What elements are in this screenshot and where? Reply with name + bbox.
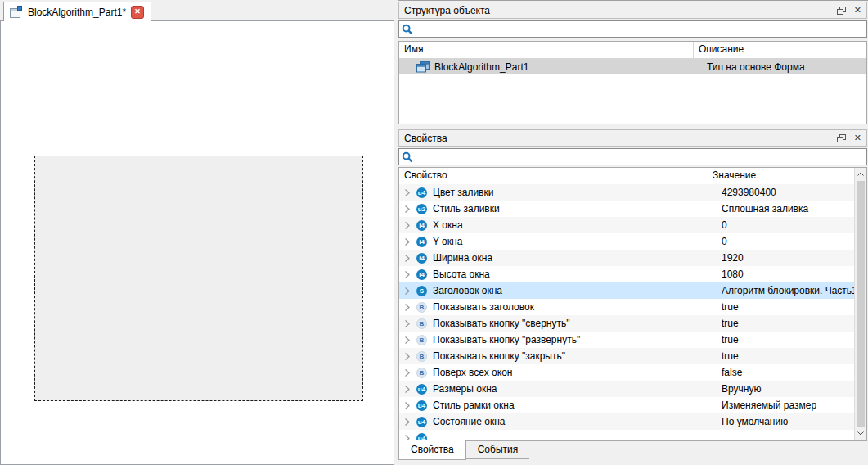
property-value[interactable]: true	[717, 350, 854, 362]
expand-chevron-icon[interactable]	[403, 270, 412, 279]
structure-search-box	[398, 20, 867, 38]
expand-chevron-icon[interactable]	[403, 287, 412, 296]
type-badge-icon: i4	[416, 220, 427, 231]
document-tab[interactable]: BlockAlgorithm_Part1* ✕	[3, 2, 151, 21]
expand-chevron-icon[interactable]	[403, 254, 412, 263]
search-icon	[402, 151, 413, 163]
column-header-value[interactable]: Значение	[708, 168, 854, 184]
property-row[interactable]: i4Ширина окна1920	[399, 250, 854, 266]
structure-rows: BlockAlgorithm_Part1Тип на основе Форма	[399, 59, 866, 74]
property-value[interactable]: true	[717, 334, 854, 345]
property-value[interactable]: false	[717, 367, 854, 378]
property-value[interactable]: По умолчанию	[717, 416, 854, 427]
properties-panel-title: Свойства	[404, 133, 829, 144]
close-panel-icon[interactable]: ✕	[854, 6, 861, 15]
property-row[interactable]: BПоказывать кнопку "свернуть"true	[399, 315, 854, 332]
type-badge-icon: u4	[416, 417, 427, 427]
properties-rows: u4Цвет заливки4293980400u2Стиль заливкиС…	[399, 184, 854, 440]
property-row[interactable]: i4Y окна0	[399, 233, 854, 250]
column-header-description[interactable]: Описание	[693, 42, 866, 58]
property-name: Показывать кнопку "развернуть"	[433, 334, 717, 345]
type-badge-icon: B	[416, 335, 427, 345]
properties-search-input[interactable]	[416, 150, 864, 165]
expand-chevron-icon[interactable]	[403, 205, 412, 214]
scrollbar-thumb[interactable]	[857, 181, 865, 427]
expand-chevron-icon[interactable]	[403, 418, 412, 427]
property-row[interactable]: BПоказывать заголовокtrue	[399, 299, 854, 315]
property-row[interactable]: u4Стиль рамки окнаИзменяемый размер	[399, 397, 854, 413]
float-panel-icon[interactable]	[837, 7, 846, 15]
property-row[interactable]: i4Высота окна1080	[399, 266, 854, 282]
property-row[interactable]: u4Цвет заливки4293980400	[399, 184, 854, 201]
property-value[interactable]: 1080	[717, 269, 854, 280]
property-row[interactable]: BПоверх всех оконfalse	[399, 364, 854, 381]
expand-chevron-icon[interactable]	[403, 319, 412, 328]
scroll-up-icon[interactable]	[855, 168, 866, 180]
structure-row[interactable]: BlockAlgorithm_Part1Тип на основе Форма	[399, 59, 866, 74]
expand-chevron-icon[interactable]	[403, 385, 412, 394]
property-value[interactable]: 0	[717, 236, 854, 247]
type-badge-icon: i4	[416, 269, 427, 280]
column-header-name[interactable]: Имя	[399, 42, 693, 58]
expand-chevron-icon[interactable]	[403, 237, 412, 246]
property-value[interactable]: true	[717, 318, 854, 329]
tab-close-icon[interactable]: ✕	[131, 6, 144, 19]
close-panel-icon[interactable]: ✕	[854, 133, 861, 142]
expand-chevron-icon[interactable]	[403, 401, 412, 410]
property-row[interactable]: i4X окна0	[399, 217, 854, 233]
type-badge-icon: u4	[416, 400, 427, 411]
type-badge-icon: u4	[416, 433, 427, 440]
property-row[interactable]: u2Стиль заливкиСплошная заливка	[399, 201, 854, 217]
property-name: Стиль заливки	[433, 203, 717, 214]
type-badge-icon: S	[416, 286, 427, 296]
tab-events[interactable]: События	[466, 441, 530, 459]
app-window: BlockAlgorithm_Part1* ✕ Структура объект…	[0, 0, 868, 465]
properties-bottom-tabs: Свойства События	[398, 440, 867, 461]
property-value[interactable]: Изменяемый размер	[717, 400, 854, 411]
property-row[interactable]: SЗаголовок окнаАлгоритм блокировки. Част…	[399, 282, 854, 299]
vertical-scrollbar[interactable]	[854, 168, 866, 440]
property-name: Показывать кнопку "свернуть"	[433, 318, 717, 329]
property-name: Цвет заливки	[433, 187, 717, 198]
expand-chevron-icon[interactable]	[403, 303, 412, 312]
property-value[interactable]: Сплошная заливка	[717, 203, 854, 214]
column-header-property[interactable]: Свойство	[399, 168, 708, 184]
property-value[interactable]: Вручную	[717, 383, 854, 395]
scroll-down-icon[interactable]	[855, 427, 866, 440]
property-row[interactable]: u4	[399, 430, 854, 440]
properties-search-box	[398, 148, 867, 165]
property-row[interactable]: BПоказывать кнопку "закрыть"true	[399, 348, 854, 364]
expand-chevron-icon[interactable]	[403, 434, 412, 440]
search-icon	[402, 24, 413, 35]
expand-chevron-icon[interactable]	[403, 336, 412, 345]
property-row[interactable]: u4Состояние окнаПо умолчанию	[399, 413, 854, 430]
property-name: Y окна	[433, 236, 717, 247]
structure-table-header: Имя Описание	[399, 42, 866, 59]
expand-chevron-icon[interactable]	[403, 352, 412, 361]
document-tab-label: BlockAlgorithm_Part1*	[28, 7, 126, 18]
property-name: Поверх всех окон	[433, 367, 717, 378]
expand-chevron-icon[interactable]	[403, 188, 412, 197]
property-value[interactable]: Алгоритм блокировки. Часть1	[717, 285, 854, 296]
dock-area: Структура объекта ✕	[398, 0, 868, 465]
property-name: X окна	[433, 219, 717, 231]
design-canvas[interactable]	[0, 20, 394, 465]
structure-search-input[interactable]	[416, 22, 864, 37]
form-window-icon	[9, 6, 23, 19]
property-value[interactable]: true	[717, 301, 854, 313]
property-row[interactable]: BПоказывать кнопку "развернуть"true	[399, 332, 854, 348]
structure-panel-title: Структура объекта	[404, 5, 829, 16]
expand-chevron-icon[interactable]	[403, 368, 412, 377]
property-value[interactable]: 0	[717, 219, 854, 231]
property-value[interactable]: 4293980400	[717, 187, 854, 198]
float-panel-icon[interactable]	[837, 134, 846, 142]
expand-chevron-icon[interactable]	[403, 221, 412, 230]
property-value[interactable]: 1920	[717, 252, 854, 264]
property-name: Высота окна	[433, 269, 717, 280]
type-badge-icon: B	[416, 302, 427, 313]
form-selection-rect[interactable]	[34, 156, 363, 401]
property-row[interactable]: u4Размеры окнаВручную	[399, 381, 854, 397]
tab-properties[interactable]: Свойства	[398, 440, 466, 460]
type-badge-icon: i4	[416, 253, 427, 264]
property-name: Показывать заголовок	[433, 301, 717, 313]
